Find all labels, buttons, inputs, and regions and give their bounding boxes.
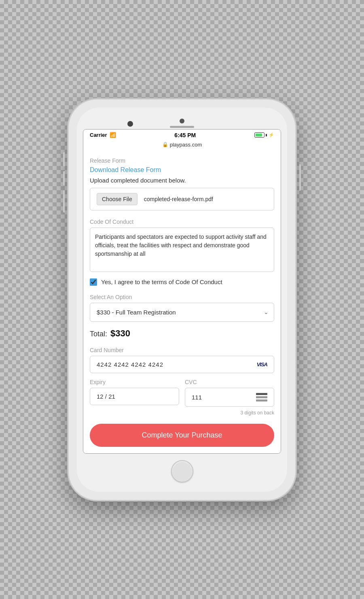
cvc-input[interactable]: 111 [185, 388, 274, 407]
right-side-buttons [299, 164, 301, 191]
upload-instruction: Upload completed document below. [90, 177, 274, 184]
lock-icon: 🔒 [162, 142, 168, 147]
conduct-textarea[interactable] [90, 227, 274, 272]
phone-top [83, 114, 281, 129]
carrier-info: Carrier 📶 [90, 132, 116, 138]
phone-bottom [83, 454, 281, 486]
carrier-label: Carrier [90, 132, 107, 138]
lightning-icon: ⚡ [269, 132, 274, 138]
cvc-card-icon [256, 393, 267, 401]
expiry-label: Expiry [90, 379, 179, 385]
screen: Carrier 📶 6:45 PM ⚡ 🔒 playpas [83, 129, 281, 454]
choose-file-button[interactable]: Choose File [97, 193, 138, 205]
camera [180, 119, 184, 123]
visa-logo: VISA [257, 361, 267, 367]
cvc-label: CVC [185, 379, 274, 385]
complete-purchase-button[interactable]: Complete Your Purchase [90, 424, 274, 447]
time-display: 6:45 PM [174, 132, 196, 138]
total-amount: $330 [110, 328, 130, 339]
select-wrapper: $330 - Full Team Registration $200 - Hal… [90, 303, 274, 322]
conduct-checkbox-label: Yes, I agree to the terms of Code Of Con… [101, 278, 222, 285]
battery-icon [254, 132, 267, 138]
cvc-group: CVC 111 [185, 379, 274, 407]
expiry-cvc-row: Expiry 12 / 21 CVC 111 [90, 379, 274, 407]
conduct-checkbox-row: Yes, I agree to the terms of Code Of Con… [90, 278, 274, 286]
front-camera [127, 121, 133, 127]
conduct-checkbox[interactable] [90, 278, 97, 286]
select-option-label: Select An Option [90, 294, 274, 300]
speaker [170, 126, 194, 128]
cvc-hint: 3 digits on back [90, 410, 274, 416]
file-input-box: Choose File completed-release-form.pdf [90, 188, 274, 210]
expiry-value: 12 / 21 [97, 393, 115, 400]
expiry-input[interactable]: 12 / 21 [90, 388, 179, 405]
phone-frame: Carrier 📶 6:45 PM ⚡ 🔒 playpas [69, 100, 295, 500]
code-of-conduct-label: Code Of Conduct [90, 219, 274, 225]
total-row: Total: $330 [90, 328, 274, 339]
home-button[interactable] [171, 460, 193, 482]
status-bar: Carrier 📶 6:45 PM ⚡ [83, 130, 281, 140]
release-form-label: Release Form [90, 157, 274, 164]
file-name-display: completed-release-form.pdf [144, 196, 213, 202]
page-content: Release Form Download Release Form Uploa… [83, 151, 281, 453]
expiry-group: Expiry 12 / 21 [90, 379, 179, 407]
option-select[interactable]: $330 - Full Team Registration $200 - Hal… [90, 303, 274, 322]
total-label: Total: [90, 330, 107, 338]
battery-area: ⚡ [254, 132, 274, 138]
url-bar: 🔒 playpass.com [83, 140, 281, 151]
cvc-value: 111 [192, 394, 202, 401]
phone-inner: Carrier 📶 6:45 PM ⚡ 🔒 playpas [77, 108, 287, 492]
download-release-link[interactable]: Download Release Form [90, 166, 274, 174]
url-text: playpass.com [170, 142, 202, 148]
card-number-value: 4242 4242 4242 4242 [97, 361, 163, 368]
card-number-label: Card Number [90, 347, 274, 353]
card-number-input[interactable]: 4242 4242 4242 4242 VISA [90, 356, 274, 373]
wifi-icon: 📶 [110, 132, 116, 138]
side-buttons [63, 152, 65, 217]
